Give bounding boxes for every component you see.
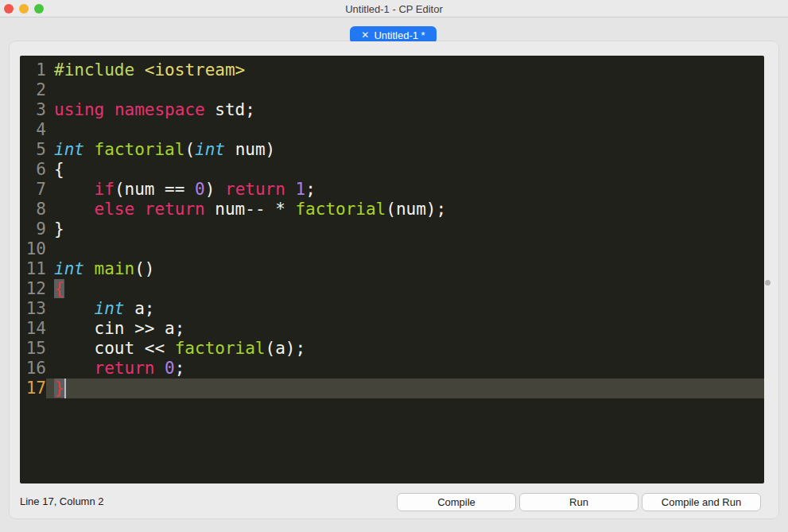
token-plain [84, 140, 95, 159]
code-line-text: int main() [46, 259, 764, 279]
line-number: 11 [20, 259, 46, 279]
tab-close-icon[interactable]: ✕ [361, 30, 369, 40]
code-line-text: int factorial(int num) [46, 140, 764, 160]
token-plain [134, 60, 145, 80]
window-title: Untitled-1 - CP Editor [0, 0, 788, 17]
code-line: 15 cout << factorial(a); [20, 339, 764, 359]
code-line: 17} [20, 379, 764, 398]
code-line: 5int factorial(int num) [20, 140, 764, 160]
token-type: int [54, 259, 84, 278]
token-plain: () [134, 259, 154, 278]
cursor-position-label: Line 17, Column 2 [20, 495, 104, 507]
token-brace_match: { [54, 279, 64, 298]
line-number: 5 [20, 140, 46, 160]
code-line-text: } [46, 379, 764, 398]
token-plain: { [54, 160, 64, 179]
line-number: 1 [20, 60, 46, 80]
token-plain: a; [125, 299, 155, 318]
code-line: 1#include <iostream> [20, 60, 764, 80]
token-plain: ( [184, 140, 195, 159]
code-line-text: return 0; [46, 359, 764, 379]
token-plain [104, 100, 115, 119]
token-number: 0 [165, 359, 175, 378]
line-number: 12 [20, 279, 46, 299]
token-plain: (num); [386, 200, 446, 219]
code-line-text: if(num == 0) return 1; [46, 180, 764, 200]
code-line: 7 if(num == 0) return 1; [20, 180, 764, 200]
status-bar: Line 17, Column 2 Compile Run Compile an… [10, 483, 778, 518]
token-plain: num-- * [205, 200, 296, 219]
code-editor[interactable]: 1#include <iostream>23using namespace st… [20, 56, 764, 483]
line-number: 13 [20, 299, 46, 319]
line-number: 7 [20, 180, 46, 200]
token-function: factorial [295, 200, 386, 219]
code-line-text [46, 80, 764, 100]
code-line: 10 [20, 239, 764, 259]
token-plain: std; [205, 100, 255, 119]
token-plain: cin >> a; [54, 319, 184, 338]
code-line: 2 [20, 80, 764, 100]
token-plain: } [54, 219, 64, 239]
token-plain: cout << [54, 339, 175, 358]
line-number: 8 [20, 200, 46, 219]
code-line: 9} [20, 219, 764, 239]
token-plain: (a); [266, 339, 306, 358]
token-preprocessor: #include [54, 60, 134, 80]
line-number: 2 [20, 80, 46, 100]
token-plain: ; [175, 359, 185, 378]
token-type: int [54, 140, 84, 159]
code-line-text: cin >> a; [46, 319, 764, 339]
line-number: 17 [20, 379, 46, 398]
token-plain [285, 180, 296, 199]
main-panel: 1#include <iostream>23using namespace st… [10, 41, 778, 518]
token-keyword: using [54, 100, 104, 119]
code-line: 8 else return num-- * factorial(num); [20, 200, 764, 219]
code-line: 6{ [20, 160, 764, 180]
token-plain: num) [225, 140, 275, 159]
line-number: 3 [20, 100, 46, 120]
token-keyword: if [95, 180, 115, 199]
code-line: 12{ [20, 279, 764, 299]
token-keyword: else [95, 200, 135, 219]
code-line-text: #include <iostream> [46, 60, 764, 80]
run-button[interactable]: Run [519, 493, 639, 511]
token-plain [154, 359, 165, 378]
token-function: factorial [95, 140, 185, 159]
code-line-text: } [46, 219, 764, 239]
token-plain [54, 359, 95, 378]
titlebar[interactable]: Untitled-1 - CP Editor [0, 0, 788, 17]
token-number: 0 [195, 180, 205, 199]
token-type: int [195, 140, 225, 159]
token-number: 1 [296, 180, 306, 199]
line-number: 16 [20, 359, 46, 379]
token-brace_match: } [54, 379, 64, 398]
tab-label: Untitled-1 * [374, 29, 425, 41]
token-plain: ) [205, 180, 225, 199]
splitter-handle-icon[interactable] [765, 280, 771, 285]
code-line-text: using namespace std; [46, 100, 764, 120]
code-line: 3using namespace std; [20, 100, 764, 120]
token-include: <iostream> [145, 60, 245, 80]
text-cursor [64, 379, 66, 398]
line-number: 14 [20, 319, 46, 339]
tab-bar: ✕ Untitled-1 * [0, 17, 788, 41]
token-plain [54, 299, 95, 318]
token-function: factorial [175, 339, 266, 358]
token-plain [134, 200, 145, 219]
token-keyword: return [145, 200, 205, 219]
line-number: 10 [20, 239, 46, 259]
compile-and-run-button[interactable]: Compile and Run [642, 493, 761, 511]
code-line-text [46, 120, 764, 140]
line-number: 15 [20, 339, 46, 359]
token-plain [84, 259, 95, 278]
token-keyword: return [225, 180, 285, 199]
line-number: 6 [20, 160, 46, 180]
code-line-text: { [46, 160, 764, 180]
code-line-text: cout << factorial(a); [46, 339, 764, 359]
line-number: 4 [20, 120, 46, 140]
token-plain [54, 200, 95, 219]
token-keyword: namespace [115, 100, 205, 119]
action-buttons: Compile Run Compile and Run [397, 493, 761, 511]
compile-button[interactable]: Compile [397, 493, 516, 511]
line-number: 9 [20, 219, 46, 239]
